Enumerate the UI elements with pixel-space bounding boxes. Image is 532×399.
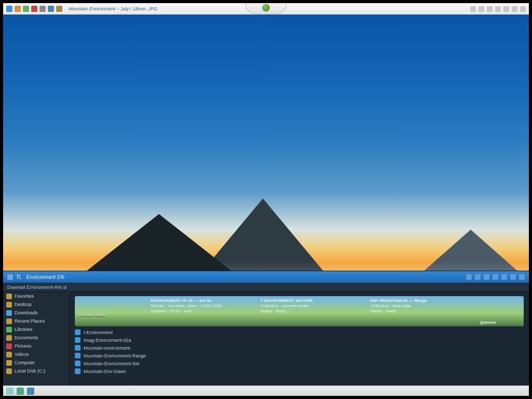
file-row[interactable]: Imag-Environment-02a [75,336,205,344]
file-row[interactable]: Mountain-Env-Dawn [75,367,205,375]
card-line: Updated · 07/14 · user [151,309,249,314]
file-row[interactable]: I-Environment [75,328,205,336]
nav-label: Libraries [15,327,33,332]
file-name: Mountain-Environment-Set [84,361,139,366]
nav-label: Desktop [15,302,32,307]
nav-item[interactable]: Recent Places [3,317,69,325]
folder-icon [7,274,13,280]
breadcrumb-text: Dawnset Environment-Ret al [7,285,67,290]
explorer-navpane: Favorites Desktop Downloads Recent Place… [3,292,70,385]
tray-icon[interactable] [487,6,493,12]
nav-label: Pictures [15,343,32,349]
disk-icon [6,368,12,374]
nav-item[interactable]: Local Disk (C:) [3,367,69,375]
screen-frame: Mountain Environment – July / 18mm .JPG … [3,3,529,396]
titlebar-center-tab[interactable] [245,3,287,15]
file-row[interactable]: Mountain-environment [75,344,205,352]
card-heading: ENVIRONMENT ID 18 — Set 5a [151,298,249,303]
nav-item[interactable]: Libraries [3,325,69,334]
explorer-body: Favorites Desktop Downloads Recent Place… [3,292,529,385]
file-icon [75,368,81,374]
toolbar-icon[interactable] [56,6,62,12]
nav-item[interactable]: Computer [3,358,69,367]
minimize-icon[interactable] [503,6,509,12]
titlebar-icon-row [6,6,62,12]
file-icon [75,345,81,351]
nav-label: Computer [15,360,35,365]
taskbar-pin[interactable] [27,388,34,395]
file-list: I-Environment Imag-Environment-02a Mount… [75,328,205,375]
nav-label: Videos [15,352,29,357]
card-row: Mountain dawn ENVIRONMENT ID 18 — Set 5a… [75,296,524,326]
folder-icon [6,302,12,308]
doc-icon [6,335,12,341]
nav-item[interactable]: Videos [3,350,69,358]
file-name: Imag-Environment-02a [84,338,131,343]
nav-label: Downloads [15,310,38,315]
window-titlebar: Mountain Environment – July / 18mm .JPG [3,3,529,15]
tray-icon[interactable] [495,6,501,12]
nav-item[interactable]: Desktop [3,300,69,309]
nav-label: Local Disk (C:) [15,368,45,374]
toolbar-icon[interactable] [31,6,37,12]
file-icon [75,353,81,358]
minimize-icon[interactable] [501,274,507,280]
preview-thumbnail-card[interactable]: Mountain dawn [75,296,142,320]
file-icon [75,337,81,343]
tool-icon[interactable] [466,274,472,280]
tool-icon[interactable] [475,274,481,280]
thumbnail-caption: Mountain dawn [78,313,106,318]
window-title: Mountain Environment – July / 18mm .JPG [69,6,157,11]
tool-icon[interactable] [484,274,489,280]
app-icon[interactable] [6,6,12,12]
image-icon [6,343,12,349]
card-heading: 7 ENVIRONMENT NATURE [260,298,358,303]
chip-label: Queued [480,320,521,325]
card-line: Render · mountain_dawn · 1920×1080 [151,303,249,309]
library-icon [6,327,12,332]
card-line: Collection · summer peaks [260,303,358,309]
toolbar-icon[interactable] [48,6,54,12]
file-name: I-Environment [84,330,113,335]
explorer-title: Environment 5% [26,274,64,280]
nav-item[interactable]: Documents [3,334,69,342]
start-button[interactable] [6,388,14,395]
file-name: Mountain-environment [84,345,130,351]
card-line: Collection · dusk ridge [370,303,469,309]
explorer-content: Mountain dawn ENVIRONMENT ID 18 — Set 5a… [70,292,529,385]
card-line: Status · ready [260,309,358,314]
file-row[interactable]: Mountain-Environment-Set [75,360,205,367]
file-name: Mountain-Environment-Range [84,353,146,358]
titlebar-right-icons [470,3,526,15]
toolbar-icon[interactable] [15,6,21,12]
download-icon [6,310,12,316]
taskbar-pin[interactable] [17,388,24,395]
explorer-titlebar[interactable]: TL Environment 5% [3,271,529,283]
nav-label: Documents [15,335,38,340]
tool-icon[interactable] [493,274,498,280]
toolbar-icon[interactable] [39,6,46,12]
nav-item[interactable]: Favorites [3,292,69,300]
explorer-breadcrumb[interactable]: Dawnset Environment-Ret al [3,283,529,292]
card-line: Status · ready [370,309,469,314]
nav-item[interactable]: Downloads [3,309,69,317]
file-icon [75,329,81,335]
tray-icon[interactable] [470,6,476,12]
star-icon [6,294,12,299]
explorer-window: TL Environment 5% Dawnset Environment-Re… [3,271,529,385]
toolbar-icon[interactable] [23,6,29,12]
globe-icon [262,4,270,11]
file-name: Mountain-Env-Dawn [84,369,126,374]
nav-item[interactable]: Pictures [3,342,69,350]
tray-icon[interactable] [478,6,484,12]
file-row[interactable]: Mountain-Environment-Range [75,352,205,360]
card-heading: ENV MOUNTAIN 02 — Range [370,298,469,303]
close-icon[interactable] [519,274,525,280]
clock-icon [6,318,12,324]
close-icon[interactable] [520,6,526,12]
explorer-title-prefix: TL [16,274,22,280]
nav-label: Favorites [15,294,34,299]
maximize-icon[interactable] [510,274,516,280]
nav-label: Recent Places [15,318,45,324]
maximize-icon[interactable] [512,6,517,12]
